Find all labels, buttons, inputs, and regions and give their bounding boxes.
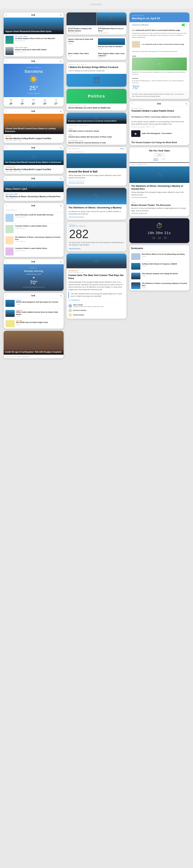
ink-logo: Ink: [31, 13, 35, 16]
article-title: An Ebola Orphan's Plea in Africa: Do You…: [15, 38, 55, 40]
article-skeletons-1[interactable]: NEW YORK TIMES The Skeletons of Olmos: U…: [4, 192, 64, 201]
article-title: Yosemite Climber's Latest Fateful Choice: [15, 225, 47, 227]
nyt-featured-article[interactable]: The Skeletons of Olmos: Uncovering a Mys…: [129, 183, 189, 200]
morning-la-title: Morning in LA, April 20: [132, 17, 187, 20]
bali-excerpt: Taking advantage of the strongest budget…: [68, 174, 125, 179]
tile-title: Secret Sneaker Company with Michael Jack…: [68, 28, 95, 32]
nyt-article2-title: Modern Russian Theater: The Discussion: [131, 204, 188, 206]
device-climate-feed: ☰ Ink 🔍 🌍 Ink Climate Deal Would Commit …: [4, 145, 64, 174]
bookmark-volcanic[interactable]: This Volcanic Eruption Can Change the Wo…: [129, 271, 189, 281]
nyt-article2-excerpt: But as Mr. Cuomo and lawmakers reached a…: [131, 207, 188, 212]
hero-european: 🏛 European Leaders Urge Greece to Accele…: [67, 113, 126, 124]
cuomo-excerpt: Taking advantage of the strongest budget…: [68, 281, 125, 291]
article-ebola[interactable]: NEW YORK TIMES An Ebola Orphan's Plea in…: [4, 34, 64, 45]
nyt-continue[interactable]: CONTINUE READING ▶: [131, 197, 188, 198]
video-card[interactable]: ▶ Haiku Film Reimagined: "The Incident": [129, 129, 189, 138]
article-skeletons-2[interactable]: The Skeletons of Olmos: Uncovering a Mys…: [4, 235, 64, 246]
date-label: April 14: [69, 224, 124, 225]
forecast-section-title: Forecast: [132, 78, 187, 79]
cuomo-comments-link[interactable]: 11 COMMENTS: [68, 299, 125, 301]
next-title: This Volcanic Eruption Can Change the Wh…: [131, 141, 188, 144]
article-thumb: [5, 36, 13, 44]
sub-article-hercules[interactable]: TECHNOLOGY Hercules Machine Cutting Worl…: [4, 165, 64, 174]
ink-logo: Ink: [31, 260, 35, 263]
article-thumb: [5, 47, 13, 55]
article-title: The Skeletons of Olmos: Uncovering a Mys…: [15, 236, 62, 241]
article-charlest[interactable]: TODAY Charlest Spurs Debate after Revoca…: [67, 133, 126, 139]
bookmark-skiing[interactable]: Best Places Where to Go for Snowboarding…: [129, 252, 189, 261]
weather-temp: 25°: [7, 85, 61, 91]
device-magazine-feed: ☰ Ink 🔍 Travel World's Most Dangerous Su…: [4, 293, 64, 329]
device-walk-article: MEDIUM · TODAY, APRIL 21 I Walked the Br…: [67, 62, 126, 87]
hero-portrait: 👤 Inside the age of earthquakes: Talk wi…: [4, 331, 64, 354]
hillary-title: Hillary Clinton's Q&A: [4, 186, 64, 192]
nyt-article2[interactable]: TODAY Modern Russian Theater: The Discus…: [129, 200, 189, 216]
comment-nicholas: NICHOLAS BANKS: [68, 309, 125, 312]
article-saddam[interactable]: Politics Officer Under Saddam Hussein Dr…: [4, 308, 64, 318]
la-related-article[interactable]: L.A. restaurants push for tips to count …: [129, 40, 189, 49]
portrait-caption: Hans Ulrich Obrist Douglas Coupland and: [4, 354, 64, 358]
weather-date: TUESDAY APRIL 21: [7, 67, 61, 68]
article-dawn-wall-2[interactable]: Historic Catch-Up for Dawn Wall Climber …: [67, 37, 96, 51]
bookmarks-title: Bookmarks: [131, 247, 188, 250]
cuomo-title: Cuomo Gets The New York Cuomo That Pays …: [68, 274, 125, 280]
article-yosemite-1[interactable]: Yosemite Climber's Latest Fateful Choice…: [4, 223, 64, 235]
article-zoos[interactable]: How Do Zoos Plan for Weather? TODAY: [96, 37, 126, 51]
article-kerry[interactable]: 🏛 POLITICS Full Diplomatic Plate for Ker…: [96, 12, 127, 35]
timer-icon: ⏱: [133, 222, 186, 230]
article-health-care[interactable]: NEW YORK TIMES · TODAY Service Members a…: [67, 103, 126, 111]
article-dawn-wall[interactable]: NEW YORK TIMES Historic Catch-Up for Daw…: [4, 45, 64, 57]
skeletons-hero: 🦴: [67, 188, 126, 204]
nyt-continue2[interactable]: CONTINUE READING ▶: [131, 213, 188, 214]
article-title: Wiz Khalifa Tops UK Radio Singles Chart: [16, 321, 48, 324]
article-wiz[interactable]: Culture Wiz Khalifa Tops UK Radio Single…: [4, 318, 64, 329]
nyt-tabs: Latest Travel: [131, 158, 188, 160]
ink-logo: Ink: [31, 110, 35, 113]
la-article-title: L.A. restaurants push for tips to count …: [132, 29, 187, 32]
next-article[interactable]: NEXT This Volcanic Eruption Can Change t…: [129, 138, 189, 145]
device-number-day: April 14 NUMBER OF THE DAY 282 So many e…: [67, 222, 126, 251]
article-pterosaurs[interactable]: Giant Pterosaurs Could Fly 10,000 Miles …: [4, 212, 64, 223]
article-barriers[interactable]: LEE SPRINGER · TODAY Barriers Remain for…: [67, 139, 126, 145]
bookmark-surfing[interactable]: Surfing in Bali: Beware of Gorgeous Jell…: [129, 261, 189, 271]
bookmark-title: Surfing in Bali: Beware of Gorgeous Jell…: [142, 263, 177, 265]
device-nyt-feed: The New York Times Follow Latest Travel …: [129, 147, 189, 216]
traffic-map: MAP: [132, 58, 187, 70]
article-talent[interactable]: Work is Better Than Talent TODAY: [67, 51, 96, 60]
skeletons-title: The Skeletons of Olmos: Uncovering a Mys…: [68, 206, 125, 209]
bookmark-title: This Volcanic Eruption Can Change the Wo…: [142, 273, 178, 275]
ink-app-header: ☰ Ink 🔍: [4, 12, 64, 18]
bookmark-skeletons[interactable]: The Skeletons of Olmos: Uncovering a Mys…: [129, 281, 189, 290]
toggle-switch[interactable]: [182, 24, 187, 26]
column-2: 👟 COLOMBO Secret Sneaker Company with Mi…: [67, 12, 126, 319]
article-surf[interactable]: Travel World's Most Dangerous Surf Spot …: [4, 298, 64, 308]
article-man-loves[interactable]: What Happens When a Man Loves a Woman? T…: [96, 51, 126, 60]
article-title: Giant Pterosaurs Could Fly 10,000 Miles …: [15, 214, 53, 216]
nyt-featured-excerpt: Taking advantage of the strongest budget…: [131, 191, 188, 196]
la-article-restaurants[interactable]: L.A. restaurants push for tips to count …: [129, 28, 189, 40]
article-sneaker[interactable]: 👟 COLOMBO Secret Sneaker Company with Mi…: [67, 12, 96, 35]
ink-app-header: ☰ Ink 🔍: [4, 145, 64, 150]
ink-logo: Ink: [31, 177, 35, 180]
bali-continue[interactable]: CONTINUE READING ▶: [68, 182, 125, 184]
article-yosemite-2[interactable]: Yosemite Climber's Latest Fateful Choice…: [4, 246, 64, 257]
morning-temp: 70°: [7, 280, 61, 285]
ink-logo: Ink: [31, 146, 35, 149]
device-bookmarks: Bookmarks Best Places Where to Go for Sn…: [129, 245, 189, 290]
nyt-follow-button[interactable]: Follow: [155, 153, 164, 157]
device-morning-weather: ☰ Ink 🔍 APRIL 20 Monday Morning Good mor…: [4, 259, 64, 291]
article-anti-terror[interactable]: TODAY Feds Make Arrests in Anti-terror S…: [67, 127, 126, 133]
device-morning-la: 9:41 AM · April 20 Morning in LA, April …: [129, 12, 189, 99]
ink-app-header: ☰ Ink 🔍: [4, 259, 64, 264]
read-full-story[interactable]: Read full story: [69, 248, 124, 250]
column-1: ☰ Ink 🔍 🚗 Jaguars Smart Windshield Elimi…: [4, 12, 64, 358]
tab-travel[interactable]: Travel: [161, 158, 165, 160]
push-notification-toggle[interactable]: Send push notifications: [129, 22, 189, 28]
device-skeletons-mystery: 🦴 The Skeletons of Olmos: Uncovering a M…: [67, 188, 126, 220]
device-portrait-feature: 👤 Inside the age of earthquakes: Talk wi…: [4, 331, 64, 358]
detail-sub-title: The Skeletons of Olmos: Uncovering a Mys…: [129, 115, 189, 119]
skeletons-continue[interactable]: CONTINUE READING ▶: [68, 216, 125, 218]
device-climate-tiger: ☰ Ink 🔍 🐅 Climate Deal Would Commit Ever…: [4, 109, 64, 143]
article-hercules[interactable]: NATURE Hercules Machine Cutting World's …: [4, 134, 64, 143]
tab-latest[interactable]: Latest: [153, 158, 158, 160]
